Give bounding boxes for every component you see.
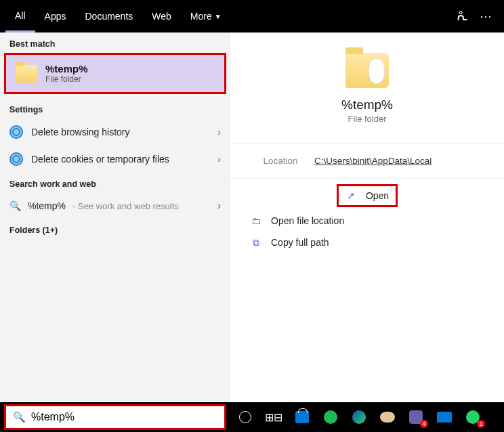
chevron-right-icon: › (217, 154, 221, 165)
preview-title: %temp% (247, 98, 488, 112)
tab-documents[interactable]: Documents (75, 0, 142, 33)
best-match-title: %temp% (45, 63, 88, 74)
paint-icon[interactable] (378, 408, 397, 427)
taskbar: 🔍 ⊞⊟ 4 1 (0, 402, 504, 432)
setting-delete-cookies[interactable]: Delete cookies or temporary files › (0, 146, 230, 173)
copy-icon: ⧉ (251, 237, 261, 248)
tab-apps[interactable]: Apps (35, 0, 76, 33)
mail-icon[interactable] (435, 408, 454, 427)
preview-subtitle: File folder (247, 114, 488, 124)
spotify-icon[interactable] (321, 408, 340, 427)
search-hint: - See work and web results (72, 201, 179, 211)
chevron-down-icon: ▼ (215, 13, 222, 20)
search-input[interactable] (31, 411, 217, 423)
teams-icon[interactable]: 4 (406, 408, 425, 427)
open-icon: ↗ (345, 190, 356, 201)
section-settings: Settings (0, 98, 230, 118)
action-label: Open file location (271, 215, 344, 226)
more-options-icon[interactable]: ⋯ (480, 9, 492, 24)
best-match-subtitle: File folder (45, 74, 88, 84)
location-label: Location (247, 156, 314, 166)
search-icon: 🔍 (9, 200, 21, 211)
gear-icon (9, 152, 23, 166)
preview-pane: %temp% File folder Location C:\Users\bin… (230, 33, 504, 402)
tab-web[interactable]: Web (142, 0, 181, 33)
action-label: Open (366, 190, 389, 201)
tab-all[interactable]: All (5, 0, 35, 33)
search-term: %temp% (28, 200, 66, 211)
section-best-match: Best match (0, 33, 230, 53)
setting-label: Delete cookies or temporary files (31, 154, 209, 165)
chevron-right-icon: › (217, 127, 221, 137)
gear-icon (9, 125, 23, 139)
section-search-web: Search work and web (0, 173, 230, 193)
search-icon: 🔍 (13, 411, 26, 423)
action-open[interactable]: ↗ Open (337, 184, 398, 207)
task-view-icon[interactable]: ⊞⊟ (264, 408, 283, 427)
section-folders: Folders (1+) (0, 219, 230, 239)
folder-icon (345, 53, 389, 88)
folder-icon (16, 65, 37, 83)
setting-label: Delete browsing history (31, 127, 209, 137)
action-label: Copy full path (271, 237, 329, 248)
tab-more[interactable]: More▼ (181, 0, 231, 33)
action-copy-full-path[interactable]: ⧉ Copy full path (247, 232, 488, 253)
notification-badge: 1 (477, 420, 485, 428)
whatsapp-icon[interactable]: 1 (463, 408, 482, 427)
chevron-right-icon: › (217, 200, 221, 212)
location-path[interactable]: C:\Users\binit\AppData\Local (314, 156, 432, 166)
notification-badge: 4 (420, 420, 428, 428)
taskbar-search[interactable]: 🔍 (4, 404, 226, 430)
search-scope-tabs: All Apps Documents Web More▼ ᕅ ⋯ (0, 0, 504, 33)
setting-delete-history[interactable]: Delete browsing history › (0, 118, 230, 146)
best-match-result[interactable]: %temp% File folder (4, 53, 226, 94)
results-panel: Best match %temp% File folder Settings D… (0, 33, 230, 402)
action-open-file-location[interactable]: 🗀 Open file location (247, 210, 488, 232)
cortana-icon[interactable] (236, 408, 255, 427)
feedback-icon[interactable]: ᕅ (457, 9, 467, 24)
search-web-item[interactable]: 🔍 %temp% - See work and web results › (0, 193, 230, 219)
folder-open-icon: 🗀 (251, 215, 261, 226)
microsoft-store-icon[interactable] (293, 408, 312, 427)
edge-icon[interactable] (350, 408, 369, 427)
